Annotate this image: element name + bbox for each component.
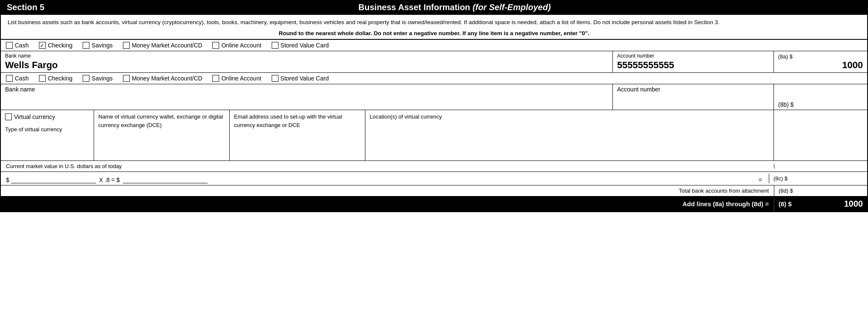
stored-value-checkbox-item-2[interactable]: Stored Value Card: [272, 75, 329, 82]
section-title: Business Asset Information (for Self-Emp…: [48, 3, 861, 12]
money-market-checkbox-item-1[interactable]: Money Market Account/CD: [123, 42, 203, 49]
virtual-location-cell: Location(s) of virtual currency: [365, 110, 774, 160]
add-lines-row: Add lines (8a) through (8d) = (8) $ 1000: [1, 196, 867, 211]
virtual-currency-checkbox[interactable]: [5, 113, 12, 120]
account-number-cell-1: Account number 55555555555: [613, 51, 774, 72]
calc-equals-sign: =: [759, 177, 762, 183]
virtual-currency-label: Virtual currency: [14, 113, 55, 120]
checking-checkbox-item-2[interactable]: Checking: [39, 75, 72, 82]
virtual-currency-row: Virtual currency Type of virtual currenc…: [1, 110, 867, 161]
account-number-label-2: Account number: [617, 86, 769, 93]
calc-multiply-label: X .8 = $: [99, 177, 120, 183]
bank-account-row-1: Bank name Wells Fargo Account number 555…: [1, 51, 867, 73]
calc-equals-container: =: [208, 177, 765, 183]
cash-checkbox-item-2[interactable]: Cash: [6, 75, 29, 82]
account-number-cell-2: Account number: [613, 84, 774, 110]
line-8a-value: 1000: [778, 60, 863, 71]
virtual-type-label: Type of virtual currency: [5, 124, 89, 133]
stored-value-label-1: Stored Value Card: [281, 42, 329, 49]
cash-checkbox-2[interactable]: [6, 75, 13, 82]
account-type-row-2: Cash Checking Savings Money Market Accou…: [1, 73, 867, 84]
add-lines-value: 1000: [844, 199, 863, 209]
virtual-email-cell: Email address used to set-up with the vi…: [230, 110, 365, 160]
add-lines-line-label: (8) $: [779, 200, 792, 207]
page: Section 5 Business Asset Information (fo…: [0, 0, 868, 212]
line-8b-label: (8b) $: [778, 101, 863, 108]
checking-checkbox-2[interactable]: [39, 75, 46, 82]
account-number-label-1: Account number: [617, 53, 769, 59]
bank-name-label-2: Bank name: [5, 86, 608, 93]
calculation-row: $ X .8 = $ = (8c) $: [1, 172, 867, 185]
stored-value-checkbox-item-1[interactable]: Stored Value Card: [272, 42, 329, 49]
bank-name-cell-1: Bank name Wells Fargo: [1, 51, 613, 72]
account-number-value-1: 55555555555: [617, 59, 769, 71]
total-attachment-label: Total bank accounts from attachment: [1, 185, 774, 196]
add-lines-amount-cell: (8) $ 1000: [774, 196, 867, 211]
bank-account-row-2: Bank name Account number (8b) $: [1, 84, 867, 110]
online-account-label-2: Online Account: [221, 75, 261, 82]
money-market-label-2: Money Market Account/CD: [132, 75, 203, 82]
savings-checkbox-1[interactable]: [83, 42, 89, 49]
virtual-name-cell: Name of virtual currency wallet, exchang…: [94, 110, 230, 160]
money-market-checkbox-1[interactable]: [123, 42, 130, 49]
checking-label-1: Checking: [48, 42, 72, 49]
stored-value-label-2: Stored Value Card: [281, 75, 329, 82]
stored-value-checkbox-2[interactable]: [272, 75, 278, 82]
virtual-currency-checkbox-item[interactable]: Virtual currency: [5, 113, 89, 120]
cash-checkbox-item-1[interactable]: Cash: [6, 42, 29, 49]
checking-checkbox-1[interactable]: ✓: [39, 42, 46, 49]
money-market-checkbox-2[interactable]: [123, 75, 130, 82]
savings-checkbox-item-1[interactable]: Savings: [83, 42, 113, 49]
market-8c-spacer: [774, 164, 867, 169]
savings-checkbox-item-2[interactable]: Savings: [83, 75, 113, 82]
account-type-row-1: Cash ✓ Checking Savings Money Market Acc…: [1, 40, 867, 51]
bank-name-label-1: Bank name: [5, 53, 608, 59]
round-note: Round to the nearest whole dollar. Do no…: [0, 28, 868, 39]
online-account-checkbox-2[interactable]: [212, 75, 219, 82]
section-header: Section 5 Business Asset Information (fo…: [0, 0, 868, 15]
bank-name-cell-2: Bank name: [1, 84, 613, 110]
bank-name-value-1: Wells Fargo: [5, 59, 608, 71]
line-8a-label: (8a) $: [778, 53, 863, 60]
line-8d-label: (8d) $: [774, 185, 867, 196]
total-attachment-row: Total bank accounts from attachment (8d)…: [1, 185, 867, 196]
virtual-name-col-text: Name of virtual currency wallet, exchang…: [98, 113, 223, 128]
virtual-email-col-text: Email address used to set-up with the vi…: [234, 113, 342, 128]
amount-cell-8a: (8a) $ 1000: [774, 51, 867, 72]
money-market-label-1: Money Market Account/CD: [132, 42, 203, 49]
cash-label-1: Cash: [15, 42, 29, 49]
stored-value-checkbox-1[interactable]: [272, 42, 278, 49]
savings-label-1: Savings: [92, 42, 113, 49]
checking-checkbox-item-1[interactable]: ✓ Checking: [39, 42, 72, 49]
online-account-checkbox-item-2[interactable]: Online Account: [212, 75, 261, 82]
form-body: Cash ✓ Checking Savings Money Market Acc…: [0, 39, 868, 212]
line-8c-label: (8c) $: [769, 174, 862, 183]
money-market-checkbox-item-2[interactable]: Money Market Account/CD: [123, 75, 203, 82]
virtual-check-cell: Virtual currency Type of virtual currenc…: [1, 110, 94, 160]
virtual-amount-cell: [774, 110, 867, 160]
market-value-label: Current market value in U.S. dollars as …: [1, 161, 774, 171]
online-account-label-1: Online Account: [221, 42, 261, 49]
section-number: Section 5: [7, 3, 45, 12]
market-value-label-row: Current market value in U.S. dollars as …: [1, 161, 867, 172]
section-title-italic: (for Self-Employed): [473, 3, 551, 12]
virtual-location-col-text: Location(s) of virtual currency: [370, 113, 442, 120]
cash-label-2: Cash: [15, 75, 29, 82]
calc-result-line: [123, 175, 208, 183]
online-account-checkbox-item-1[interactable]: Online Account: [212, 42, 261, 49]
instructions-text: List business assets such as bank accoun…: [0, 15, 868, 28]
cash-checkbox-1[interactable]: [6, 42, 13, 49]
add-lines-label: Add lines (8a) through (8d) =: [1, 198, 774, 210]
online-account-checkbox-1[interactable]: [212, 42, 219, 49]
calc-dollar-sign: $: [6, 177, 9, 183]
checking-label-2: Checking: [48, 75, 72, 82]
amount-cell-8b: (8b) $: [774, 84, 867, 110]
calc-input-line: [11, 175, 96, 183]
savings-checkbox-2[interactable]: [83, 75, 89, 82]
section-title-text: Business Asset Information: [359, 3, 473, 12]
savings-label-2: Savings: [92, 75, 113, 82]
